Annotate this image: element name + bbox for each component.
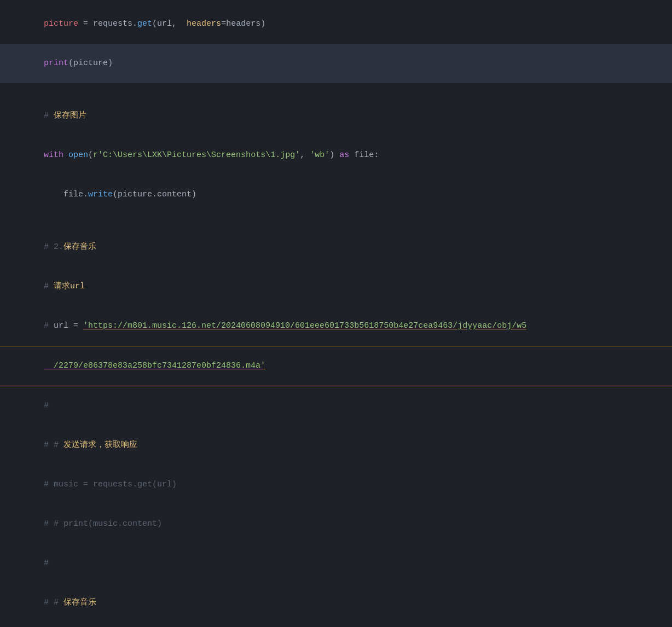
code-token: picture	[44, 19, 78, 28]
code-token: #	[44, 111, 54, 120]
code-token: 'wb'	[310, 150, 329, 160]
code-token: r'C:\Users\LXK\Pictures\Screenshots\1.jp…	[93, 150, 300, 160]
code-line-url-cont: /2279/e86378e83a258bfc7341287e0bf24836.m…	[0, 346, 672, 386]
code-token: 保存图片	[54, 111, 86, 120]
code-token: with	[44, 150, 63, 160]
code-line: # 2.保存音乐	[0, 228, 672, 267]
code-token: open	[68, 150, 88, 160]
code-line: # with open(r'C:\Users\LXK\Downloads\若月亮…	[0, 623, 672, 627]
code-line: #	[0, 386, 672, 426]
code-line: with open(r'C:\Users\LXK\Pictures\Screen…	[0, 136, 672, 175]
code-token: write	[88, 190, 113, 199]
code-line	[0, 83, 672, 96]
code-token: ,	[300, 150, 310, 160]
code-token: .	[132, 19, 137, 28]
code-token: #	[44, 321, 54, 330]
code-token: # #	[44, 440, 63, 450]
code-token: as	[339, 150, 349, 160]
code-line: # # 保存音乐	[0, 583, 672, 623]
code-token: 'https://m801.music.126.net/202406080949…	[83, 321, 526, 330]
code-token: # 2.	[44, 242, 63, 252]
code-line	[0, 214, 672, 228]
code-line: file.write(picture.content)	[0, 175, 672, 214]
code-token: url =	[54, 321, 83, 330]
code-token: file.	[44, 190, 88, 199]
code-token	[63, 150, 68, 160]
code-token: (	[88, 150, 93, 160]
code-line: # 请求url	[0, 267, 672, 306]
code-token: (picture)	[68, 59, 113, 68]
code-token: # #	[44, 598, 63, 607]
code-token: headers	[187, 19, 221, 28]
code-token: (url,	[152, 19, 187, 28]
code-line: #	[0, 544, 672, 583]
code-line-url: # url = 'https://m801.music.126.net/2024…	[0, 306, 672, 346]
code-token: =	[78, 19, 93, 28]
code-line: # music = requests.get(url)	[0, 465, 672, 504]
code-editor: picture = requests.get(url, headers=head…	[0, 0, 672, 627]
code-token: (picture.content)	[113, 190, 196, 199]
code-token: =headers)	[221, 19, 265, 28]
code-token: 请求url	[54, 282, 85, 291]
code-token: /2279/e86378e83a258bfc7341287e0bf24836.m…	[44, 361, 265, 370]
code-token: file:	[349, 150, 379, 160]
code-token: #	[44, 559, 49, 568]
code-token: requests	[93, 19, 132, 28]
code-token: 发送请求，获取响应	[63, 440, 137, 450]
code-line: # # 发送请求，获取响应	[0, 426, 672, 465]
code-token: )	[329, 150, 339, 160]
code-token: get	[137, 19, 152, 28]
code-token: # # print(music.content)	[44, 519, 162, 529]
code-line: # 保存图片	[0, 96, 672, 136]
code-token: # music = requests.get(url)	[44, 480, 177, 489]
code-token: #	[44, 282, 54, 291]
code-line-highlighted: print(picture)	[0, 44, 672, 83]
code-line: picture = requests.get(url, headers=head…	[0, 4, 672, 44]
code-token: #	[44, 401, 49, 410]
code-line: # # print(music.content)	[0, 504, 672, 544]
code-token: 保存音乐	[63, 242, 96, 252]
code-token: print	[44, 59, 68, 68]
code-token: 保存音乐	[63, 598, 96, 607]
